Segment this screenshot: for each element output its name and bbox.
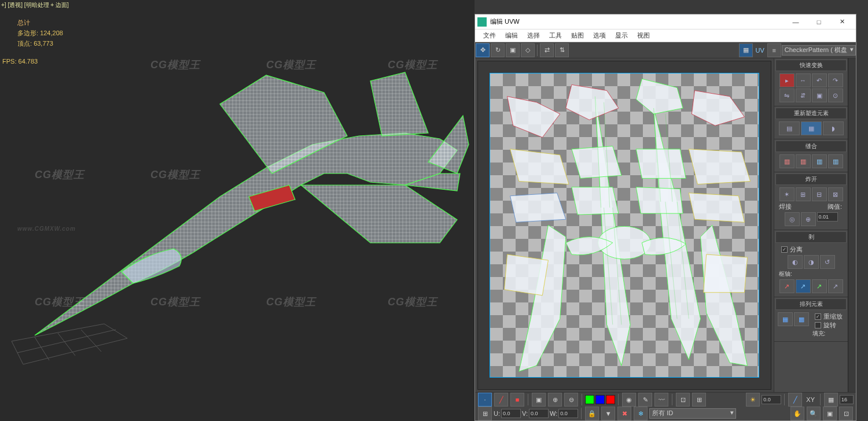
show-map-button[interactable]: ▦: [739, 43, 753, 57]
menu-edit[interactable]: 编辑: [501, 30, 523, 41]
align-h-btn[interactable]: ↔: [796, 73, 811, 87]
abs-toggle[interactable]: ⊞: [478, 407, 492, 420]
panel-scrollbar[interactable]: [848, 58, 856, 392]
lock-icon[interactable]: 🔒: [585, 407, 599, 420]
align-btn[interactable]: ▸: [779, 73, 795, 87]
axis-avg[interactable]: ↗: [828, 279, 843, 293]
zoom-tool[interactable]: 🔍: [807, 407, 821, 420]
flip-v-btn[interactable]: ⇵: [796, 88, 811, 102]
app-icon: [477, 17, 487, 27]
axis-label: 枢轴:: [777, 270, 845, 278]
brightness-field[interactable]: 0.0: [762, 395, 781, 404]
menu-tools[interactable]: 工具: [545, 30, 567, 41]
hide-icon[interactable]: ✖: [617, 407, 631, 420]
model-wireframe[interactable]: [0, 0, 475, 421]
mirror-v-tool[interactable]: ⇅: [555, 43, 569, 57]
minimize-button[interactable]: —: [784, 15, 807, 29]
axis-z[interactable]: ↗: [812, 279, 827, 293]
explode-4[interactable]: ⊠: [828, 187, 843, 201]
filter-icon[interactable]: ▼: [601, 407, 615, 420]
maximize-button[interactable]: □: [807, 15, 830, 29]
rollout-arrange[interactable]: 排列元素: [775, 298, 847, 310]
stitch-3[interactable]: ▥: [812, 154, 827, 168]
vertex-mode[interactable]: ·: [478, 393, 492, 407]
weld-target[interactable]: ◎: [785, 212, 800, 226]
grid-value[interactable]: 16: [840, 395, 854, 404]
center-btn[interactable]: ⊙: [828, 88, 843, 102]
close-button[interactable]: ✕: [830, 15, 854, 29]
menu-file[interactable]: 文件: [479, 30, 501, 41]
menu-options[interactable]: 选项: [589, 30, 610, 41]
move-tool[interactable]: ✥: [476, 43, 490, 57]
brush-sel[interactable]: 〰: [654, 393, 668, 407]
misc-a[interactable]: ⊡: [676, 393, 690, 407]
peel-1[interactable]: ◐: [788, 255, 803, 269]
select-element[interactable]: ▣: [532, 393, 546, 407]
rotate-ccw-btn[interactable]: ↶: [812, 73, 827, 87]
axis-y[interactable]: ↗: [796, 279, 811, 293]
relax-btn[interactable]: ▦: [801, 121, 822, 135]
color-red[interactable]: [606, 395, 615, 404]
zoom-extents[interactable]: ▣: [823, 407, 837, 420]
flip-h-btn[interactable]: ⇋: [779, 88, 795, 102]
options-button[interactable]: ≡: [767, 43, 781, 57]
rollout-reshape[interactable]: 重新塑造元素: [775, 108, 847, 119]
color-green[interactable]: [585, 395, 594, 404]
freeform-tool[interactable]: ◇: [521, 43, 535, 57]
menu-select[interactable]: 选择: [523, 30, 545, 41]
viewport-3d[interactable]: +] [透视] [明暗处理 + 边面] 总计 多边形: 124,208 顶点: …: [0, 0, 475, 421]
explode-2[interactable]: ⊞: [796, 187, 811, 201]
soft-sel[interactable]: ◉: [622, 393, 636, 407]
v-field[interactable]: 0.0: [529, 409, 549, 418]
texture-dropdown[interactable]: CheckerPattern ( 棋盘: [782, 45, 856, 56]
rotate-tool[interactable]: ↻: [491, 43, 505, 57]
pack-1[interactable]: ▦: [778, 312, 793, 326]
grow-sel[interactable]: ⊕: [548, 393, 562, 407]
pan-tool[interactable]: ✋: [790, 407, 804, 420]
stitch-4[interactable]: ▥: [828, 154, 843, 168]
rollout-quick-transform[interactable]: 快速变换: [775, 60, 847, 71]
shrink-sel[interactable]: ⊖: [564, 393, 578, 407]
rescale-checkbox[interactable]: ✓: [815, 313, 821, 320]
stitch-2[interactable]: ▥: [796, 154, 811, 168]
pack-2[interactable]: ▩: [794, 312, 809, 326]
w-field[interactable]: 0.0: [558, 409, 578, 418]
rollout-peel[interactable]: 剥: [775, 231, 847, 243]
fit-btn[interactable]: ▣: [812, 88, 827, 102]
light-icon[interactable]: ☀: [746, 393, 760, 407]
axis-x[interactable]: ↗: [779, 279, 795, 293]
separate-checkbox[interactable]: ✓: [781, 246, 788, 253]
zoom-region[interactable]: ⊡: [839, 407, 853, 420]
menu-view[interactable]: 视图: [632, 30, 654, 41]
color-blue[interactable]: [595, 395, 605, 404]
rollout-explode[interactable]: 炸开: [775, 173, 847, 185]
rollout-stitch[interactable]: 缝合: [775, 141, 847, 152]
weld-sel[interactable]: ⊕: [801, 212, 816, 226]
misc-b[interactable]: ⊞: [692, 393, 706, 407]
u-field[interactable]: 0.0: [501, 409, 521, 418]
threshold-spinner[interactable]: 0.01: [817, 212, 838, 221]
stitch-1[interactable]: ▥: [779, 154, 795, 168]
face-mode[interactable]: ■: [510, 393, 524, 407]
straighten-btn[interactable]: ▤: [779, 121, 800, 135]
peel-reset[interactable]: ↺: [820, 255, 835, 269]
peel-2[interactable]: ◑: [804, 255, 819, 269]
filter-dropdown[interactable]: 所有 ID: [649, 408, 736, 419]
paint-sel[interactable]: ✎: [638, 393, 652, 407]
explode-1[interactable]: ✶: [779, 187, 795, 201]
scale-tool[interactable]: ▣: [506, 43, 520, 57]
grid-toggle[interactable]: ▦: [824, 393, 838, 407]
snap-toggle[interactable]: ╱: [788, 393, 802, 407]
rotate-checkbox[interactable]: [815, 322, 821, 328]
uv-islands[interactable]: [478, 61, 771, 377]
menu-display[interactable]: 显示: [610, 30, 632, 41]
freeze-icon[interactable]: ❄: [634, 407, 648, 420]
edge-mode[interactable]: ╱: [494, 393, 508, 407]
explode-3[interactable]: ⊟: [812, 187, 827, 201]
menu-mapping[interactable]: 贴图: [567, 30, 589, 41]
reshape-btn[interactable]: ◗: [823, 121, 844, 135]
mirror-tool[interactable]: ⇄: [540, 43, 554, 57]
rotate-cw-btn[interactable]: ↷: [828, 73, 843, 87]
titlebar[interactable]: 编辑 UVW — □ ✕: [475, 14, 856, 29]
uv-viewport[interactable]: [477, 61, 771, 390]
